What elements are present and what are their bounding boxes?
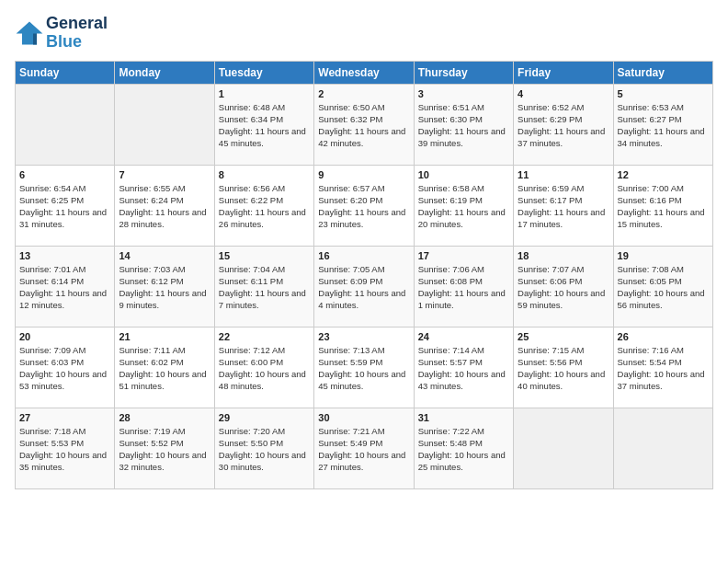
day-header-wednesday: Wednesday bbox=[314, 61, 414, 84]
calendar-cell: 12Sunrise: 7:00 AM Sunset: 6:16 PM Dayli… bbox=[613, 165, 712, 246]
calendar-week-row: 27Sunrise: 7:18 AM Sunset: 5:53 PM Dayli… bbox=[16, 408, 713, 488]
day-number: 5 bbox=[618, 88, 709, 99]
calendar-cell: 17Sunrise: 7:06 AM Sunset: 6:08 PM Dayli… bbox=[414, 246, 513, 327]
calendar-week-row: 1Sunrise: 6:48 AM Sunset: 6:34 PM Daylig… bbox=[16, 84, 713, 165]
page-header: General Blue bbox=[15, 15, 713, 52]
day-info: Sunrise: 7:22 AM Sunset: 5:48 PM Dayligh… bbox=[418, 425, 509, 474]
day-info: Sunrise: 7:13 AM Sunset: 5:59 PM Dayligh… bbox=[318, 344, 409, 393]
calendar-cell: 24Sunrise: 7:14 AM Sunset: 5:57 PM Dayli… bbox=[414, 327, 513, 408]
calendar-cell: 21Sunrise: 7:11 AM Sunset: 6:02 PM Dayli… bbox=[115, 327, 214, 408]
calendar-cell bbox=[115, 84, 214, 165]
day-info: Sunrise: 7:03 AM Sunset: 6:12 PM Dayligh… bbox=[119, 263, 210, 312]
day-number: 30 bbox=[318, 412, 409, 423]
day-number: 31 bbox=[418, 412, 509, 423]
day-number: 29 bbox=[219, 412, 310, 423]
day-info: Sunrise: 6:59 AM Sunset: 6:17 PM Dayligh… bbox=[518, 182, 609, 231]
day-info: Sunrise: 7:16 AM Sunset: 5:54 PM Dayligh… bbox=[618, 344, 709, 393]
day-info: Sunrise: 7:19 AM Sunset: 5:52 PM Dayligh… bbox=[119, 425, 210, 474]
calendar-cell: 29Sunrise: 7:20 AM Sunset: 5:50 PM Dayli… bbox=[214, 408, 313, 488]
day-info: Sunrise: 7:09 AM Sunset: 6:03 PM Dayligh… bbox=[19, 344, 110, 393]
calendar-cell: 19Sunrise: 7:08 AM Sunset: 6:05 PM Dayli… bbox=[613, 246, 712, 327]
calendar-cell: 2Sunrise: 6:50 AM Sunset: 6:32 PM Daylig… bbox=[314, 84, 414, 165]
day-info: Sunrise: 7:05 AM Sunset: 6:09 PM Dayligh… bbox=[318, 263, 409, 312]
day-number: 12 bbox=[618, 169, 709, 180]
day-info: Sunrise: 6:58 AM Sunset: 6:19 PM Dayligh… bbox=[418, 182, 509, 231]
day-info: Sunrise: 7:07 AM Sunset: 6:06 PM Dayligh… bbox=[518, 263, 609, 312]
day-info: Sunrise: 6:53 AM Sunset: 6:27 PM Dayligh… bbox=[618, 101, 709, 150]
calendar-cell: 6Sunrise: 6:54 AM Sunset: 6:25 PM Daylig… bbox=[16, 165, 115, 246]
day-number: 2 bbox=[318, 88, 409, 99]
day-header-friday: Friday bbox=[514, 61, 613, 84]
day-info: Sunrise: 7:18 AM Sunset: 5:53 PM Dayligh… bbox=[19, 425, 110, 474]
day-info: Sunrise: 6:52 AM Sunset: 6:29 PM Dayligh… bbox=[518, 101, 609, 150]
day-number: 15 bbox=[219, 250, 310, 261]
calendar-cell: 26Sunrise: 7:16 AM Sunset: 5:54 PM Dayli… bbox=[613, 327, 712, 408]
calendar-cell: 15Sunrise: 7:04 AM Sunset: 6:11 PM Dayli… bbox=[214, 246, 313, 327]
calendar-cell: 9Sunrise: 6:57 AM Sunset: 6:20 PM Daylig… bbox=[314, 165, 414, 246]
day-number: 1 bbox=[219, 88, 310, 99]
day-header-monday: Monday bbox=[115, 61, 214, 84]
day-info: Sunrise: 6:57 AM Sunset: 6:20 PM Dayligh… bbox=[318, 182, 409, 231]
calendar-cell: 10Sunrise: 6:58 AM Sunset: 6:19 PM Dayli… bbox=[414, 165, 513, 246]
day-number: 7 bbox=[119, 169, 210, 180]
day-info: Sunrise: 6:50 AM Sunset: 6:32 PM Dayligh… bbox=[318, 101, 409, 150]
calendar-cell: 7Sunrise: 6:55 AM Sunset: 6:24 PM Daylig… bbox=[115, 165, 214, 246]
calendar-cell: 30Sunrise: 7:21 AM Sunset: 5:49 PM Dayli… bbox=[314, 408, 414, 488]
day-info: Sunrise: 7:12 AM Sunset: 6:00 PM Dayligh… bbox=[219, 344, 310, 393]
day-number: 20 bbox=[19, 331, 110, 342]
day-info: Sunrise: 7:11 AM Sunset: 6:02 PM Dayligh… bbox=[119, 344, 210, 393]
calendar-cell: 18Sunrise: 7:07 AM Sunset: 6:06 PM Dayli… bbox=[514, 246, 613, 327]
calendar-cell: 4Sunrise: 6:52 AM Sunset: 6:29 PM Daylig… bbox=[514, 84, 613, 165]
calendar-cell bbox=[514, 408, 613, 488]
calendar-cell: 20Sunrise: 7:09 AM Sunset: 6:03 PM Dayli… bbox=[16, 327, 115, 408]
day-number: 13 bbox=[19, 250, 110, 261]
logo: General Blue bbox=[15, 15, 108, 52]
day-number: 11 bbox=[518, 169, 609, 180]
calendar-cell: 31Sunrise: 7:22 AM Sunset: 5:48 PM Dayli… bbox=[414, 408, 513, 488]
calendar-cell bbox=[16, 84, 115, 165]
day-number: 16 bbox=[318, 250, 409, 261]
calendar-cell: 16Sunrise: 7:05 AM Sunset: 6:09 PM Dayli… bbox=[314, 246, 414, 327]
day-number: 28 bbox=[119, 412, 210, 423]
calendar-header-row: SundayMondayTuesdayWednesdayThursdayFrid… bbox=[16, 61, 713, 84]
day-number: 22 bbox=[219, 331, 310, 342]
svg-marker-0 bbox=[17, 21, 43, 44]
day-number: 6 bbox=[19, 169, 110, 180]
calendar-cell: 3Sunrise: 6:51 AM Sunset: 6:30 PM Daylig… bbox=[414, 84, 513, 165]
calendar-week-row: 20Sunrise: 7:09 AM Sunset: 6:03 PM Dayli… bbox=[16, 327, 713, 408]
calendar-cell: 22Sunrise: 7:12 AM Sunset: 6:00 PM Dayli… bbox=[214, 327, 313, 408]
day-info: Sunrise: 6:54 AM Sunset: 6:25 PM Dayligh… bbox=[19, 182, 110, 231]
day-number: 9 bbox=[318, 169, 409, 180]
calendar-cell: 5Sunrise: 6:53 AM Sunset: 6:27 PM Daylig… bbox=[613, 84, 712, 165]
day-number: 14 bbox=[119, 250, 210, 261]
calendar-cell: 14Sunrise: 7:03 AM Sunset: 6:12 PM Dayli… bbox=[115, 246, 214, 327]
day-header-tuesday: Tuesday bbox=[214, 61, 313, 84]
day-number: 23 bbox=[318, 331, 409, 342]
day-number: 21 bbox=[119, 331, 210, 342]
day-info: Sunrise: 6:56 AM Sunset: 6:22 PM Dayligh… bbox=[219, 182, 310, 231]
day-info: Sunrise: 7:06 AM Sunset: 6:08 PM Dayligh… bbox=[418, 263, 509, 312]
day-number: 24 bbox=[418, 331, 509, 342]
day-number: 18 bbox=[518, 250, 609, 261]
calendar-cell: 1Sunrise: 6:48 AM Sunset: 6:34 PM Daylig… bbox=[214, 84, 313, 165]
calendar-cell: 28Sunrise: 7:19 AM Sunset: 5:52 PM Dayli… bbox=[115, 408, 214, 488]
logo-text: General Blue bbox=[46, 15, 108, 52]
day-info: Sunrise: 7:14 AM Sunset: 5:57 PM Dayligh… bbox=[418, 344, 509, 393]
day-info: Sunrise: 7:00 AM Sunset: 6:16 PM Dayligh… bbox=[618, 182, 709, 231]
day-info: Sunrise: 6:51 AM Sunset: 6:30 PM Dayligh… bbox=[418, 101, 509, 150]
day-info: Sunrise: 6:48 AM Sunset: 6:34 PM Dayligh… bbox=[219, 101, 310, 150]
day-number: 26 bbox=[618, 331, 709, 342]
calendar-cell: 23Sunrise: 7:13 AM Sunset: 5:59 PM Dayli… bbox=[314, 327, 414, 408]
day-header-saturday: Saturday bbox=[613, 61, 712, 84]
calendar-week-row: 6Sunrise: 6:54 AM Sunset: 6:25 PM Daylig… bbox=[16, 165, 713, 246]
calendar-week-row: 13Sunrise: 7:01 AM Sunset: 6:14 PM Dayli… bbox=[16, 246, 713, 327]
calendar-body: 1Sunrise: 6:48 AM Sunset: 6:34 PM Daylig… bbox=[16, 84, 713, 488]
day-number: 10 bbox=[418, 169, 509, 180]
day-header-sunday: Sunday bbox=[16, 61, 115, 84]
calendar-cell: 13Sunrise: 7:01 AM Sunset: 6:14 PM Dayli… bbox=[16, 246, 115, 327]
calendar-cell: 8Sunrise: 6:56 AM Sunset: 6:22 PM Daylig… bbox=[214, 165, 313, 246]
calendar-cell: 25Sunrise: 7:15 AM Sunset: 5:56 PM Dayli… bbox=[514, 327, 613, 408]
day-number: 17 bbox=[418, 250, 509, 261]
day-header-thursday: Thursday bbox=[414, 61, 513, 84]
calendar-table: SundayMondayTuesdayWednesdayThursdayFrid… bbox=[15, 61, 713, 489]
